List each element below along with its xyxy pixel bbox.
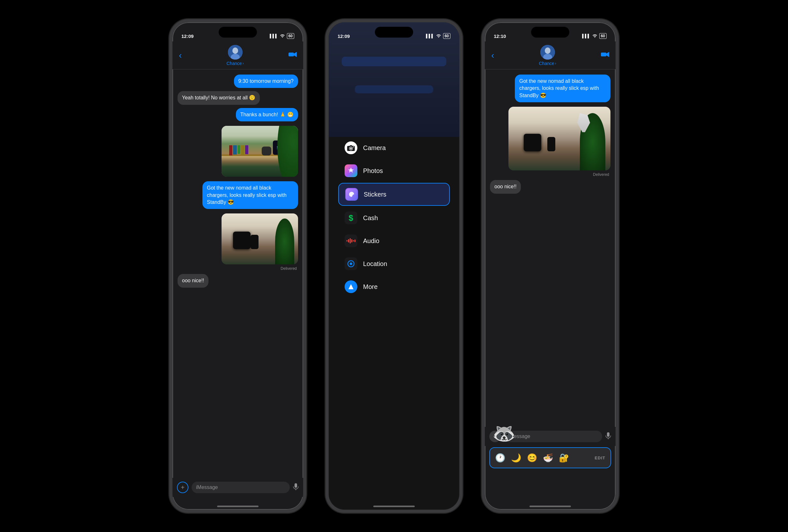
nav-header-3: ‹ Chance › bbox=[485, 41, 615, 69]
sticker-food-icon[interactable]: 🍜 bbox=[543, 453, 553, 463]
svg-rect-19 bbox=[354, 240, 355, 242]
sticker-bar: 🕐 🌙 😊 🍜 🔐 EDIT bbox=[489, 447, 611, 468]
image-bubble-1: 5:01 bbox=[221, 126, 298, 177]
home-indicator-3 bbox=[530, 506, 571, 507]
svg-rect-17 bbox=[351, 239, 352, 242]
menu-label-location: Location bbox=[363, 260, 387, 268]
plus-button-1[interactable]: + bbox=[177, 482, 189, 493]
sticker-recent-icon[interactable]: 🕐 bbox=[495, 453, 505, 463]
wifi-icon-3 bbox=[592, 34, 597, 39]
sticker-lock-icon[interactable]: 🔐 bbox=[559, 453, 569, 463]
menu-label-audio: Audio bbox=[363, 237, 379, 245]
mic-button-1[interactable] bbox=[293, 483, 299, 492]
contact-chevron-1: › bbox=[242, 61, 244, 66]
avatar-img-3 bbox=[540, 45, 555, 60]
nav-header-1: ‹ Chance › bbox=[173, 41, 303, 69]
msg-row-3-1: Got the new nomad all black chargers, lo… bbox=[490, 75, 610, 102]
svg-point-24 bbox=[545, 47, 551, 54]
sticker-icons-row: 🕐 🌙 😊 🍜 🔐 bbox=[495, 453, 569, 463]
svg-rect-5 bbox=[295, 483, 297, 488]
delivered-label-1: Delivered bbox=[280, 266, 298, 271]
edit-button[interactable]: EDIT bbox=[594, 455, 605, 460]
bubble-3-3: ooo nice!! bbox=[490, 180, 521, 193]
mic-button-3[interactable] bbox=[605, 432, 611, 441]
msg-row-4: 5:01 bbox=[178, 125, 298, 178]
contact-name-1: Chance bbox=[226, 61, 242, 66]
home-indicator-1 bbox=[217, 506, 258, 507]
msg-row-6: Delivered bbox=[178, 212, 298, 271]
back-button-1[interactable]: ‹ bbox=[179, 50, 182, 61]
status-icons-2: ▌▌▌ 60 bbox=[426, 33, 450, 39]
nav-center-3[interactable]: Chance › bbox=[539, 45, 556, 66]
battery-icon-2: 60 bbox=[443, 33, 450, 39]
svg-marker-27 bbox=[606, 52, 609, 57]
status-icons-1: ▌▌▌ 12:0960 bbox=[270, 33, 294, 39]
contact-name-3: Chance bbox=[539, 61, 554, 66]
menu-label-photos: Photos bbox=[363, 167, 383, 175]
svg-rect-3 bbox=[289, 53, 294, 56]
menu-item-audio[interactable]: Audio bbox=[338, 230, 450, 252]
shelf-photo-1: 5:01 bbox=[221, 126, 298, 177]
menu-item-photos[interactable]: Photos bbox=[338, 160, 450, 182]
svg-rect-15 bbox=[348, 239, 349, 242]
input-bar-1: + iMessage bbox=[173, 478, 303, 497]
camera-icon bbox=[344, 141, 357, 154]
menu-label-camera: Camera bbox=[363, 144, 386, 151]
msg-row-7: ooo nice!! bbox=[178, 274, 298, 287]
messages-area-3: Got the new nomad all black chargers, lo… bbox=[485, 69, 615, 427]
plus-icon-1: + bbox=[181, 484, 184, 491]
bubble-3-1: Got the new nomad all black chargers, lo… bbox=[515, 75, 610, 102]
menu-item-camera[interactable]: Camera bbox=[338, 137, 450, 159]
msg-row-3-2: Delivered bbox=[490, 105, 610, 177]
menu-item-cash[interactable]: $ Cash bbox=[338, 207, 450, 229]
message-input-3[interactable]: iMessage bbox=[504, 431, 602, 442]
bubble-7: ooo nice!! bbox=[178, 274, 209, 287]
msg-row-1: 9:30 tomorrow morning? bbox=[178, 75, 298, 88]
svg-marker-4 bbox=[294, 52, 297, 57]
menu-item-more[interactable]: More bbox=[338, 276, 450, 298]
svg-rect-14 bbox=[347, 240, 348, 242]
menu-label-cash: Cash bbox=[363, 214, 378, 222]
signal-icon-1: ▌▌▌ bbox=[270, 34, 278, 38]
video-button-3[interactable] bbox=[601, 52, 609, 59]
menu-item-location[interactable]: Location bbox=[338, 253, 450, 274]
home-indicator-2 bbox=[373, 506, 415, 507]
bubble-5: Got the new nomad all black chargers, lo… bbox=[202, 181, 298, 209]
back-button-3[interactable]: ‹ bbox=[491, 50, 494, 61]
menu-item-stickers[interactable]: Stickers bbox=[338, 183, 450, 206]
phone-3: 12:10 ▌▌▌ 60 ‹ Chance bbox=[482, 19, 619, 513]
image-bubble-2 bbox=[221, 213, 298, 264]
location-icon bbox=[344, 258, 357, 270]
msg-row-2: Yeah totally! No worries at all 🙂 bbox=[178, 91, 298, 104]
status-time-3: 12:10 bbox=[494, 34, 506, 39]
stickers-icon bbox=[345, 188, 358, 201]
dynamic-island-3 bbox=[531, 27, 569, 38]
msg-row-5: Got the new nomad all black chargers, lo… bbox=[178, 181, 298, 209]
svg-rect-16 bbox=[350, 238, 351, 243]
status-bar-2: 12:09 ▌▌▌ 60 bbox=[329, 22, 459, 41]
signal-icon-3: ▌▌▌ bbox=[582, 34, 590, 38]
phone-2: 12:09 ▌▌▌ 60 Camera Photos bbox=[326, 19, 462, 513]
cash-icon: $ bbox=[344, 211, 357, 224]
menu-list: Camera Photos Stickers $ Cash Audio bbox=[338, 137, 450, 298]
delivered-label-3: Delivered bbox=[593, 172, 610, 177]
svg-rect-18 bbox=[353, 240, 354, 242]
status-time-1: 12:09 bbox=[181, 34, 194, 39]
svg-point-21 bbox=[350, 263, 352, 265]
video-button-1[interactable] bbox=[289, 52, 297, 59]
nav-center-1[interactable]: Chance › bbox=[226, 45, 244, 66]
raccoon-sticker: 🦝 bbox=[491, 421, 517, 446]
svg-point-1 bbox=[232, 47, 238, 54]
more-icon bbox=[344, 280, 357, 293]
menu-label-stickers: Stickers bbox=[364, 191, 386, 198]
msg-row-3: Thanks a bunch! 🙏 😁 bbox=[178, 108, 298, 121]
msg-row-3-3: ooo nice!! bbox=[490, 180, 610, 193]
phone-1: 12:09 ▌▌▌ 12:0960 ‹ bbox=[169, 19, 306, 513]
bubble-3: Thanks a bunch! 🙏 😁 bbox=[236, 108, 298, 121]
sticker-smile-icon[interactable]: 😊 bbox=[527, 453, 537, 463]
message-input-1[interactable]: iMessage bbox=[192, 482, 290, 493]
sticker-moon-icon[interactable]: 🌙 bbox=[511, 453, 521, 463]
menu-label-more: More bbox=[363, 283, 378, 290]
svg-point-9 bbox=[350, 148, 352, 149]
svg-rect-10 bbox=[350, 145, 352, 146]
